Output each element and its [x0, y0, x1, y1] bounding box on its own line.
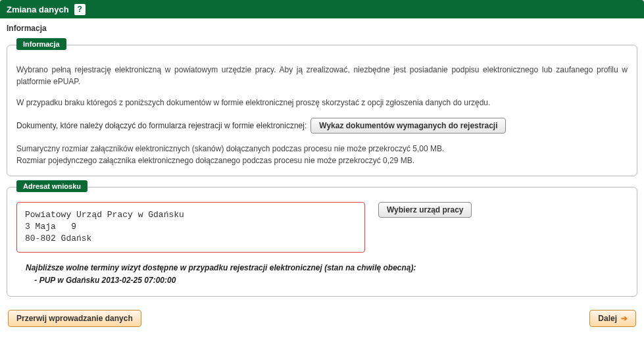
page-title: Zmiana danych [7, 5, 69, 14]
office-address-box: Powiatowy Urząd Pracy w Gdańsku 3 Maja 9… [16, 202, 365, 253]
size-limit-total: Sumaryczny rozmiar załączników elektroni… [16, 143, 628, 155]
footer-buttons: Przerwij wprowadzanie danych Dalej ➔ [7, 310, 637, 327]
page-header: Zmiana danych ? [0, 0, 644, 18]
arrow-right-icon: ➔ [621, 314, 628, 323]
size-limit-single: Rozmiar pojedynczego załącznika elektron… [16, 155, 628, 166]
documents-row: Dokumenty, które należy dołączyć do form… [16, 118, 628, 134]
next-button-label: Dalej [598, 314, 617, 323]
page-body: Informacja Informacja Wybrano pełną reje… [0, 18, 644, 334]
section-label: Informacja [7, 24, 637, 33]
info-panel-legend: Informacja [16, 38, 66, 50]
notice-line-1: Najbliższe wolne terminy wizyt dostępne … [26, 262, 628, 274]
appointment-notice: Najbliższe wolne terminy wizyt dostępne … [16, 262, 628, 287]
help-button[interactable]: ? [74, 4, 86, 15]
recipient-panel-legend: Adresat wniosku [16, 180, 87, 192]
recipient-panel: Adresat wniosku Powiatowy Urząd Pracy w … [7, 187, 637, 297]
documents-label: Dokumenty, które należy dołączyć do form… [16, 121, 307, 130]
info-paragraph-1: Wybrano pełną rejestrację elektroniczną … [16, 64, 628, 87]
select-office-button[interactable]: Wybierz urząd pracy [378, 202, 472, 218]
info-panel: Informacja Wybrano pełną rejestrację ele… [7, 45, 637, 176]
show-required-documents-button[interactable]: Wykaz dokumentów wymaganych do rejestrac… [310, 118, 506, 134]
cancel-button-label: Przerwij wprowadzanie danych [16, 314, 133, 323]
notice-line-2: - PUP w Gdańsku 2013-02-25 07:00:00 [26, 274, 628, 287]
cancel-button[interactable]: Przerwij wprowadzanie danych [8, 310, 141, 327]
next-button[interactable]: Dalej ➔ [589, 310, 636, 327]
info-paragraph-2: W przypadku braku któregoś z poniższych … [16, 97, 628, 109]
